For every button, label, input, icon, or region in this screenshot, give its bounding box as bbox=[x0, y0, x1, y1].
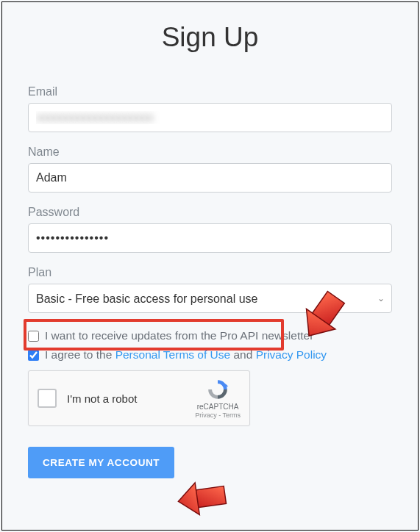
plan-label: Plan bbox=[28, 266, 392, 279]
recaptcha-icon bbox=[206, 378, 229, 401]
password-field-group: Password bbox=[28, 206, 392, 253]
newsletter-label: I want to receive updates from the Pro A… bbox=[45, 329, 313, 342]
recaptcha-brand: reCAPTCHA bbox=[197, 403, 239, 411]
terms-link-privacy[interactable]: Privacy Policy bbox=[256, 348, 327, 361]
email-field-group: Email bbox=[28, 85, 392, 132]
terms-checkbox[interactable] bbox=[28, 350, 39, 361]
terms-link-tos[interactable]: Personal Terms of Use bbox=[115, 348, 231, 361]
recaptcha-legal: Privacy - Terms bbox=[195, 411, 241, 420]
newsletter-row: I want to receive updates from the Pro A… bbox=[28, 329, 392, 342]
plan-select[interactable]: Basic - Free basic access for personal u… bbox=[28, 284, 392, 313]
recaptcha-sep: - bbox=[217, 411, 223, 419]
name-input[interactable] bbox=[28, 163, 392, 193]
email-label: Email bbox=[28, 85, 392, 98]
newsletter-checkbox[interactable] bbox=[28, 331, 39, 342]
terms-prefix: I agree to the bbox=[45, 348, 115, 361]
terms-text: I agree to the Personal Terms of Use and… bbox=[45, 348, 327, 362]
name-field-group: Name bbox=[28, 145, 392, 193]
recaptcha-label: I'm not a robot bbox=[67, 392, 195, 405]
recaptcha-widget: I'm not a robot reCAPTCHA Privacy - Term… bbox=[28, 370, 250, 426]
signup-form: Sign Up Email Name Password Plan Basic -… bbox=[0, 0, 420, 500]
password-label: Password bbox=[28, 206, 392, 219]
plan-field-group: Plan Basic - Free basic access for perso… bbox=[28, 266, 392, 313]
page-title: Sign Up bbox=[28, 22, 392, 53]
recaptcha-badge: reCAPTCHA Privacy - Terms bbox=[195, 378, 241, 420]
recaptcha-terms[interactable]: Terms bbox=[223, 411, 241, 419]
recaptcha-privacy[interactable]: Privacy bbox=[195, 411, 217, 419]
password-input[interactable] bbox=[28, 223, 392, 253]
recaptcha-checkbox[interactable] bbox=[38, 389, 57, 408]
terms-mid: and bbox=[230, 348, 255, 361]
email-input[interactable] bbox=[28, 103, 392, 132]
terms-row: I agree to the Personal Terms of Use and… bbox=[28, 348, 392, 362]
create-account-button[interactable]: CREATE MY ACCOUNT bbox=[28, 447, 174, 478]
name-label: Name bbox=[28, 145, 392, 159]
svg-marker-0 bbox=[225, 384, 228, 387]
